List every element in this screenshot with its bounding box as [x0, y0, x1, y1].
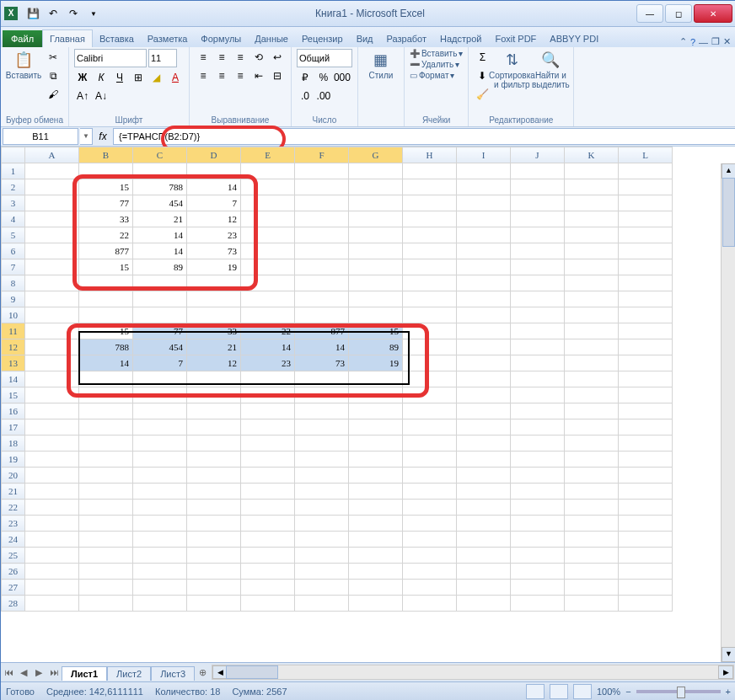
cell-E2[interactable] — [241, 179, 295, 195]
cell-A9[interactable] — [25, 291, 79, 307]
cell-B28[interactable] — [79, 596, 133, 612]
cell-K20[interactable] — [565, 468, 619, 484]
cell-G1[interactable] — [349, 163, 403, 179]
doc-restore-icon[interactable]: ❐ — [711, 36, 720, 47]
cell-B19[interactable] — [79, 452, 133, 468]
row-header-9[interactable]: 9 — [2, 291, 25, 307]
row-header-7[interactable]: 7 — [2, 259, 25, 275]
cell-K26[interactable] — [565, 564, 619, 580]
cell-E20[interactable] — [241, 468, 295, 484]
cell-A26[interactable] — [25, 564, 79, 580]
view-normal-icon[interactable] — [526, 684, 545, 699]
cell-K5[interactable] — [565, 227, 619, 243]
cell-C1[interactable] — [133, 163, 187, 179]
cell-F24[interactable] — [295, 532, 349, 548]
qat-dropdown-icon[interactable]: ▼ — [84, 4, 103, 23]
cell-J27[interactable] — [511, 580, 565, 596]
cell-E25[interactable] — [241, 548, 295, 564]
cell-D22[interactable] — [187, 500, 241, 516]
shrink-font-icon[interactable]: A↓ — [93, 88, 110, 104]
cell-J24[interactable] — [511, 532, 565, 548]
cell-H6[interactable] — [403, 243, 457, 259]
maximize-button[interactable]: ◻ — [665, 4, 692, 23]
styles-button[interactable]: ▦Стили — [363, 49, 399, 80]
cell-I17[interactable] — [457, 419, 511, 435]
cell-I12[interactable] — [457, 339, 511, 355]
cell-C7[interactable]: 89 — [133, 259, 187, 275]
cell-G18[interactable] — [349, 435, 403, 452]
cell-L21[interactable] — [619, 484, 673, 500]
cell-H10[interactable] — [403, 307, 457, 323]
cell-G6[interactable] — [349, 243, 403, 259]
cell-C9[interactable] — [133, 291, 187, 307]
cell-K9[interactable] — [565, 291, 619, 307]
align-right-icon[interactable]: ≡ — [232, 67, 249, 84]
cell-G28[interactable] — [349, 596, 403, 612]
cell-E27[interactable] — [241, 580, 295, 596]
cell-G25[interactable] — [349, 548, 403, 564]
brush-icon[interactable]: 🖌 — [45, 86, 62, 103]
cell-E12[interactable]: 14 — [241, 339, 295, 355]
cell-L22[interactable] — [619, 500, 673, 516]
cell-G13[interactable]: 19 — [349, 355, 403, 371]
cell-D6[interactable]: 73 — [187, 243, 241, 259]
cell-C18[interactable] — [133, 435, 187, 452]
cell-C24[interactable] — [133, 532, 187, 548]
cell-F3[interactable] — [295, 195, 349, 211]
cell-B13[interactable]: 14 — [79, 355, 133, 371]
delete-cells-button[interactable]: ➖Удалить ▾ — [410, 60, 463, 69]
cell-K19[interactable] — [565, 452, 619, 468]
cell-H23[interactable] — [403, 516, 457, 532]
col-header-D[interactable]: D — [187, 147, 241, 163]
tab-formulas[interactable]: Формулы — [194, 30, 248, 47]
cell-G20[interactable] — [349, 468, 403, 484]
cell-L20[interactable] — [619, 468, 673, 484]
cell-F16[interactable] — [295, 403, 349, 419]
cell-H5[interactable] — [403, 227, 457, 243]
cell-E22[interactable] — [241, 500, 295, 516]
cell-K17[interactable] — [565, 419, 619, 435]
cell-B21[interactable] — [79, 484, 133, 500]
cell-F10[interactable] — [295, 307, 349, 323]
cell-H14[interactable] — [403, 371, 457, 387]
cell-L8[interactable] — [619, 275, 673, 291]
cell-J19[interactable] — [511, 452, 565, 468]
cell-E8[interactable] — [241, 275, 295, 291]
row-header-21[interactable]: 21 — [2, 484, 25, 500]
cell-A12[interactable] — [25, 339, 79, 355]
cell-L15[interactable] — [619, 387, 673, 403]
cell-K6[interactable] — [565, 243, 619, 259]
tab-addins[interactable]: Надстрой — [433, 30, 488, 47]
cell-H21[interactable] — [403, 484, 457, 500]
cell-F18[interactable] — [295, 435, 349, 452]
cell-L14[interactable] — [619, 371, 673, 387]
cell-F23[interactable] — [295, 516, 349, 532]
cell-F9[interactable] — [295, 291, 349, 307]
cell-J7[interactable] — [511, 259, 565, 275]
cell-G7[interactable] — [349, 259, 403, 275]
cell-H4[interactable] — [403, 211, 457, 227]
cell-I1[interactable] — [457, 163, 511, 179]
cell-K3[interactable] — [565, 195, 619, 211]
cell-F4[interactable] — [295, 211, 349, 227]
row-header-12[interactable]: 12 — [2, 339, 25, 355]
cell-L16[interactable] — [619, 403, 673, 419]
cell-L5[interactable] — [619, 227, 673, 243]
cell-G27[interactable] — [349, 580, 403, 596]
scroll-right-icon[interactable]: ▶ — [718, 665, 733, 679]
row-header-5[interactable]: 5 — [2, 227, 25, 243]
cell-K4[interactable] — [565, 211, 619, 227]
cell-L3[interactable] — [619, 195, 673, 211]
name-box[interactable]: B11 — [3, 128, 78, 145]
spreadsheet-grid[interactable]: ABCDEFGHIJKL1215788143774547433211252214… — [1, 147, 735, 662]
cell-D18[interactable] — [187, 435, 241, 452]
cell-I16[interactable] — [457, 403, 511, 419]
cell-I4[interactable] — [457, 211, 511, 227]
row-header-24[interactable]: 24 — [2, 532, 25, 548]
cell-I20[interactable] — [457, 468, 511, 484]
cell-L9[interactable] — [619, 291, 673, 307]
cell-A5[interactable] — [25, 227, 79, 243]
cell-J11[interactable] — [511, 323, 565, 339]
cell-B7[interactable]: 15 — [79, 259, 133, 275]
row-header-16[interactable]: 16 — [2, 403, 25, 419]
